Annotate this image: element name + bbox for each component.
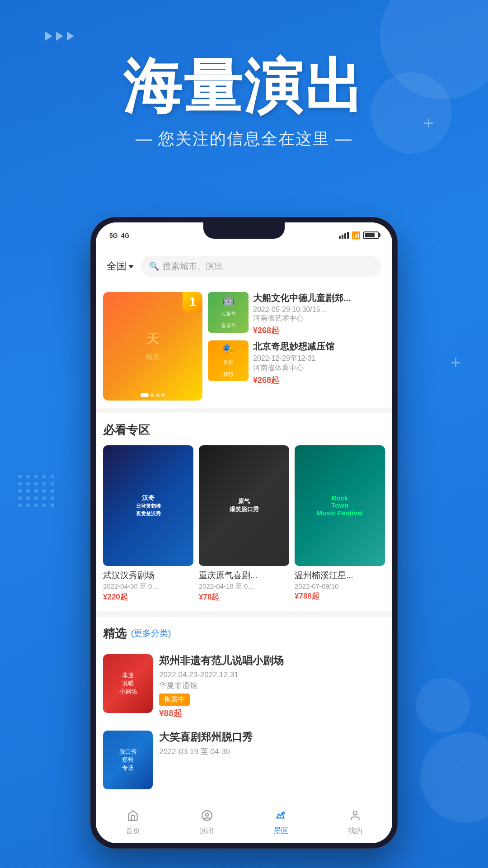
featured-item-2[interactable]: 脱口秀郑州专场 大笑喜剧郑州脱口秀 2022-03-19 至 04-30 (103, 725, 385, 795)
must-see-grid: 汉奇日登黄鹤楼夜赏楚汉秀 武汉汉秀剧场 2022-04-30 至 0... ¥2… (103, 445, 385, 602)
banner-main-image[interactable]: 天仙女 1 (103, 292, 202, 401)
notch (203, 222, 285, 239)
must-see-poster-2: 原气爆笑脱口秀 (199, 445, 289, 566)
featured-poster-1: 非遗说唱小剧场 (103, 654, 153, 713)
svg-point-1 (206, 813, 209, 816)
must-see-date-1: 2022-04-30 至 0... (103, 582, 193, 591)
nav-shows[interactable]: 演出 (170, 810, 244, 836)
banner-anime-char: 天仙女 (145, 330, 160, 362)
svg-point-2 (282, 812, 284, 814)
featured-item-1-status: 售票中 (159, 693, 190, 706)
status-bar: 5G 4G 📶 (96, 222, 392, 248)
status-network: 5G 4G (109, 231, 136, 240)
banner-item-1-title: 大船文化中德儿童剧郑... (253, 292, 385, 304)
must-see-price-1: ¥220起 (103, 592, 193, 602)
banner-dots (141, 393, 165, 397)
must-see-name-1: 武汉汉秀剧场 (103, 570, 193, 581)
magic-icon: 🎭奇思妙想 (222, 343, 235, 378)
featured-item-1-venue: 华夏非遗馆 (159, 680, 385, 691)
must-see-date-2: 2022-04-18 至 0... (199, 582, 289, 591)
featured-more[interactable]: (更多分类) (131, 627, 171, 639)
svg-point-3 (353, 811, 357, 815)
phone-frame: 5G 4G 📶 (90, 217, 398, 849)
search-placeholder: 搜索城市、演出 (163, 260, 223, 272)
featured-list: 非遗说唱小剧场 郑州非遗有范儿说唱小剧场 2022.04.23-2022.12.… (103, 649, 385, 795)
banner-item-1-price: ¥268起 (253, 325, 385, 336)
wifi-icon: 📶 (352, 231, 361, 240)
nav-shows-label: 演出 (200, 826, 214, 836)
nav-mine-label: 我的 (348, 826, 362, 836)
battery-icon (363, 231, 379, 239)
comedy-text: 原气爆笑脱口秀 (230, 497, 259, 514)
home-icon (127, 810, 139, 825)
banner-item-1-venue: 河南省艺术中心 (253, 314, 385, 323)
featured-item-2-date: 2022-03-19 至 04-30 (159, 746, 385, 757)
featured-title: 精选 (103, 626, 127, 642)
phone-mockup: 5G 4G 📶 (90, 217, 398, 849)
must-see-poster-3: RockTownMusic Festival (295, 445, 385, 566)
phone-screen: 5G 4G 📶 (96, 222, 392, 843)
banner-item-1[interactable]: 🤖儿童节音乐节 大船文化中德儿童剧郑... 2022-05-29 10:30/1… (208, 292, 385, 336)
must-see-section: 必看专区 汉奇日登黄鹤楼夜赏楚汉秀 武汉汉秀剧场 2022-04-30 至 0.… (96, 413, 392, 611)
featured-item-2-title: 大笑喜剧郑州脱口秀 (159, 731, 385, 744)
bg-dots (18, 475, 55, 507)
status-icons: 📶 (339, 231, 379, 240)
hero-subtitle: — 您关注的信息全在这里 — (0, 128, 488, 150)
scenic-icon (275, 810, 287, 825)
search-icon: 🔍 (149, 261, 159, 271)
chevron-down-icon (128, 265, 134, 269)
plus-decoration-2: + (450, 353, 461, 373)
nav-home[interactable]: 首页 (96, 810, 170, 836)
must-see-date-3: 2022-07-09/10 (295, 582, 385, 590)
banner-list: 🤖儿童节音乐节 大船文化中德儿童剧郑... 2022-05-29 10:30/1… (208, 292, 385, 401)
nav-home-label: 首页 (126, 826, 140, 836)
banner-item-2-price: ¥268起 (253, 375, 385, 386)
banner-item-2-venue: 河南省体育中心 (253, 363, 385, 373)
hero-section: 海量演出 — 您关注的信息全在这里 — (0, 54, 488, 150)
bg-circle-4 (420, 732, 488, 823)
must-see-title: 必看专区 (103, 422, 150, 438)
must-see-item-2[interactable]: 原气爆笑脱口秀 重庆原气喜剧... 2022-04-18 至 0... ¥78起 (199, 445, 289, 602)
city-label: 全国 (107, 259, 127, 273)
must-see-item-1[interactable]: 汉奇日登黄鹤楼夜赏楚汉秀 武汉汉秀剧场 2022-04-30 至 0... ¥2… (103, 445, 193, 602)
banner-thumb-2: 🎭奇思妙想 (208, 340, 249, 381)
featured-poster-2: 脱口秀郑州专场 (103, 731, 153, 789)
mine-icon (349, 810, 361, 825)
must-see-item-3[interactable]: RockTownMusic Festival 温州楠溪江星... 2022-07… (295, 445, 385, 602)
banner-item-2[interactable]: 🎭奇思妙想 北京奇思妙想减压馆 2022-12-29至12-31 河南省体育中心… (208, 340, 385, 386)
robot-icon: 🤖儿童节音乐节 (221, 295, 236, 330)
nav-mine[interactable]: 我的 (318, 810, 392, 836)
signal-bars (339, 232, 349, 239)
featured-header: 精选 (更多分类) (103, 626, 385, 642)
bg-circle-3 (416, 678, 470, 732)
bottom-nav: 首页 演出 (96, 804, 392, 843)
must-see-price-3: ¥788起 (295, 591, 385, 601)
search-bar: 全国 🔍 搜索城市、演出 (96, 248, 392, 285)
featured-item-1-price: ¥88起 (159, 708, 385, 719)
banner-thumb-1: 🤖儿童节音乐节 (208, 292, 249, 333)
banner-section: 天仙女 1 🤖儿童节音乐节 (96, 285, 392, 408)
rock-town-text: RockTownMusic Festival (317, 495, 363, 517)
banner-item-2-title: 北京奇思妙想减压馆 (253, 340, 385, 352)
featured-section: 精选 (更多分类) 非遗说唱小剧场 郑州非遗有范儿说唱小剧场 2022.04.2… (96, 617, 392, 804)
shows-icon (201, 810, 213, 825)
must-see-price-2: ¥78起 (199, 592, 289, 602)
nav-scenic-label: 景区 (274, 826, 288, 836)
banner-rank: 1 (183, 292, 202, 312)
must-see-poster-1: 汉奇日登黄鹤楼夜赏楚汉秀 (103, 445, 193, 566)
search-input[interactable]: 🔍 搜索城市、演出 (141, 256, 381, 277)
featured-item-1-date: 2022.04.23-2022.12.31 (159, 670, 385, 679)
featured-item-1[interactable]: 非遗说唱小剧场 郑州非遗有范儿说唱小剧场 2022.04.23-2022.12.… (103, 649, 385, 725)
banner-item-2-date: 2022-12-29至12-31 (253, 354, 385, 363)
city-selector[interactable]: 全国 (107, 259, 134, 273)
play-icons (45, 32, 74, 41)
must-see-name-2: 重庆原气喜剧... (199, 570, 289, 581)
must-see-name-3: 温州楠溪江星... (295, 570, 385, 581)
nav-scenic[interactable]: 景区 (244, 810, 318, 836)
must-see-header: 必看专区 (103, 422, 385, 438)
hero-title: 海量演出 (0, 54, 488, 119)
featured-item-1-title: 郑州非遗有范儿说唱小剧场 (159, 654, 385, 668)
hanqi-text: 汉奇日登黄鹤楼夜赏楚汉秀 (136, 494, 161, 517)
banner-item-1-date: 2022-05-29 10:30/15... (253, 306, 385, 314)
